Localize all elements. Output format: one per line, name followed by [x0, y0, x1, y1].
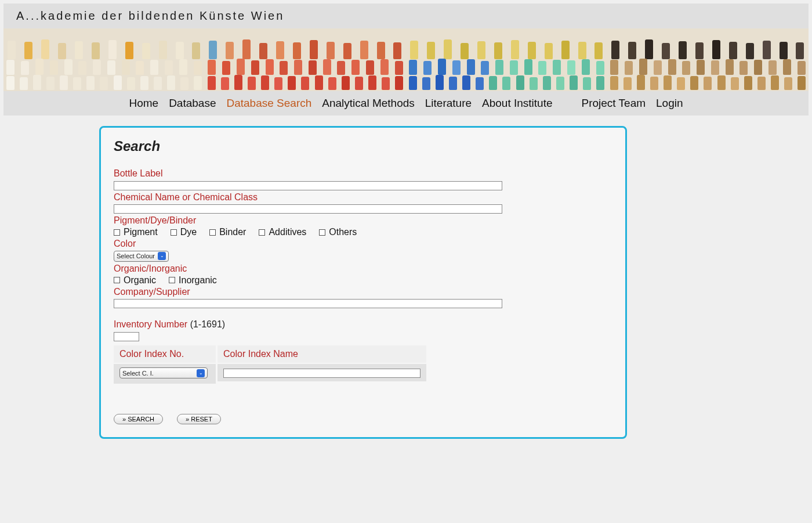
chk-pigment-box[interactable]: [114, 229, 120, 236]
oi-label: Organic/Inorganic: [114, 264, 612, 274]
bottle-label-label: Bottle Label: [114, 168, 612, 179]
oi-options: Organic Inorganic: [114, 275, 612, 286]
nav-literature[interactable]: Literature: [425, 97, 472, 110]
company-input[interactable]: [114, 299, 502, 308]
chk-dye[interactable]: Dye: [171, 227, 197, 237]
chk-organic-box[interactable]: [114, 277, 120, 283]
pdb-options: Pigment Dye Binder Additives Others: [114, 227, 612, 237]
top-bar: A...kademie der bildenden Künste Wien: [3, 3, 809, 28]
bottle-label-input[interactable]: [114, 181, 502, 190]
chevron-down-icon: ⌄: [158, 252, 166, 260]
chk-additives[interactable]: Additives: [259, 227, 306, 237]
chevron-down-icon: ⌄: [197, 369, 205, 377]
chk-inorganic[interactable]: Inorganic: [169, 275, 217, 286]
reset-button[interactable]: » RESET: [177, 414, 221, 424]
chemical-input[interactable]: [114, 204, 502, 214]
nav-home[interactable]: Home: [129, 97, 158, 110]
nav-analytical-methods[interactable]: Analytical Methods: [322, 97, 414, 110]
chk-additives-box[interactable]: [259, 229, 265, 236]
nav-login[interactable]: Login: [656, 97, 683, 110]
chemical-label: Chemical Name or Chemical Class: [114, 192, 612, 203]
ci-no-select[interactable]: Select C. I. ⌄: [119, 367, 208, 378]
nav-project-team[interactable]: Project Team: [582, 97, 646, 110]
inventory-label: Inventory Number (1-1691): [114, 319, 612, 330]
search-panel: Search Bottle Label Chemical Name or Che…: [99, 126, 627, 439]
chk-binder[interactable]: Binder: [209, 227, 246, 237]
chk-pigment[interactable]: Pigment: [114, 227, 158, 237]
color-select[interactable]: Select Colour ⌄: [114, 251, 169, 262]
pdb-label: Pigment/Dye/Binder: [114, 215, 612, 226]
chk-others[interactable]: Others: [319, 227, 357, 237]
ci-name-input[interactable]: [223, 369, 420, 378]
ci-table: Color Index No. Select C. I. ⌄ Color Ind…: [114, 345, 612, 384]
nav-database-search[interactable]: Database Search: [226, 97, 311, 110]
color-label: Color: [114, 239, 612, 249]
company-label: Company/Supplier: [114, 287, 612, 297]
chk-organic[interactable]: Organic: [114, 275, 156, 286]
inventory-input[interactable]: [114, 332, 139, 341]
search-button[interactable]: » SEARCH: [114, 414, 163, 424]
chk-others-box[interactable]: [319, 229, 325, 236]
panel-title: Search: [114, 138, 612, 154]
site-title: A...kademie der bildenden Künste Wien: [16, 9, 796, 23]
chk-binder-box[interactable]: [209, 229, 216, 236]
main-nav: Home Database Database Search Analytical…: [3, 91, 809, 116]
nav-database[interactable]: Database: [169, 97, 216, 110]
chk-dye-box[interactable]: [171, 229, 177, 236]
banner-image: [3, 28, 809, 91]
nav-about-institute[interactable]: About Institute: [482, 97, 552, 110]
ci-name-label: Color Index Name: [217, 345, 426, 363]
chk-inorganic-box[interactable]: [169, 277, 175, 283]
button-row: » SEARCH » RESET: [114, 414, 612, 424]
ci-no-label: Color Index No.: [114, 345, 216, 363]
